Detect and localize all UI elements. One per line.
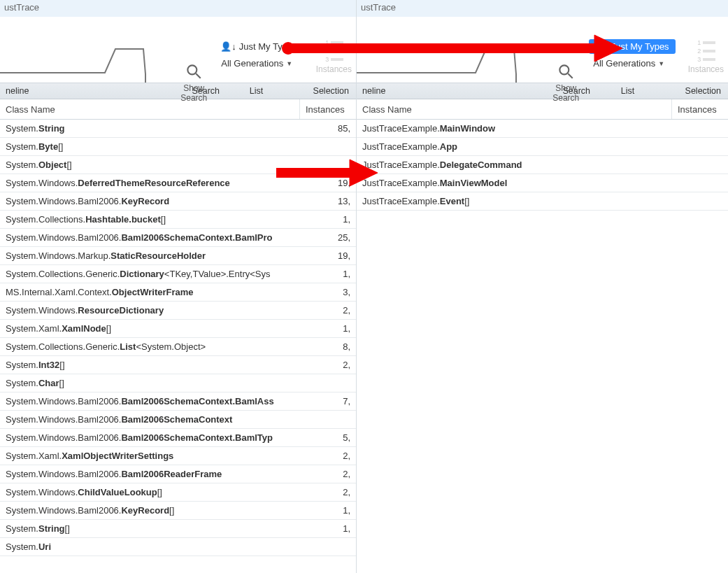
class-bold: List	[120, 341, 136, 352]
table-row[interactable]: System.Windows.Baml2006.Baml2006SchemaCo…	[0, 429, 356, 447]
class-prefix: JustTraceExample.	[362, 160, 440, 170]
instances-cell: 1,	[300, 269, 356, 279]
table-row[interactable]: System.Collections.Generic.List<System.O…	[0, 338, 356, 356]
class-prefix: System.Windows.	[6, 305, 78, 316]
table-row[interactable]: System.String85,	[0, 120, 356, 138]
class-prefix: System.	[6, 378, 38, 388]
table-row[interactable]: MS.Internal.Xaml.Context.ObjectWriterFra…	[0, 283, 356, 302]
chevron-down-icon: ▼	[658, 60, 664, 67]
table-row[interactable]: System.String[]1,	[0, 520, 356, 538]
data-table-left: System.String85,System.Byte[]System.Obje…	[0, 120, 356, 556]
class-bold: MainViewModel	[440, 178, 508, 188]
class-prefix: System.Collections.Generic.	[6, 341, 120, 352]
class-name-cell: System.Windows.Baml2006.Baml2006SchemaCo…	[0, 432, 300, 443]
magnifier-icon	[557, 62, 575, 84]
table-row[interactable]: System.Windows.Baml2006.Baml2006SchemaCo…	[0, 411, 356, 429]
class-suffix: []	[65, 523, 70, 534]
table-row[interactable]: System.Windows.ChildValueLookup[]2,	[0, 483, 356, 502]
class-bold: Int32	[38, 360, 59, 370]
table-row[interactable]: System.Collections.Hashtable.bucket[]1,	[0, 211, 356, 229]
just-my-types-button[interactable]: 👤↓ Just My Types	[217, 39, 303, 54]
svg-line-3	[569, 73, 573, 78]
table-row[interactable]: System.Object[]	[0, 156, 356, 174]
class-prefix: System.	[6, 123, 38, 134]
table-row[interactable]: JustTraceExample.MainViewModel	[357, 174, 728, 192]
all-generations-button[interactable]: All Generations ▼	[217, 57, 297, 70]
class-name-cell: System.Windows.Markup.StaticResourceHold…	[0, 250, 300, 261]
class-bold: XamlNode	[62, 323, 106, 334]
all-generations-label: All Generations	[593, 58, 655, 69]
class-prefix: System.Windows.Baml2006.	[6, 196, 121, 206]
table-row[interactable]: System.Windows.ResourceDictionary2,	[0, 302, 356, 320]
table-row[interactable]: System.Windows.Baml2006.Baml2006SchemaCo…	[0, 392, 356, 411]
table-row[interactable]: JustTraceExample.MainWindow	[357, 120, 728, 138]
class-bold: App	[440, 141, 457, 152]
class-bold: Dictionary	[120, 269, 164, 279]
class-suffix: []	[161, 214, 166, 225]
table-row[interactable]: JustTraceExample.DelegateCommand	[357, 156, 728, 174]
class-name-cell: JustTraceExample.Event[]	[357, 196, 672, 206]
table-row[interactable]: System.Windows.DeferredThemeResourceRefe…	[0, 174, 356, 192]
table-row[interactable]: System.Xaml.XamlObjectWriterSettings2,	[0, 447, 356, 465]
instances-cell: 13,	[300, 196, 356, 206]
instances-label: Instances	[688, 64, 724, 74]
class-name-cell: System.Windows.Baml2006.Baml2006SchemaCo…	[0, 396, 300, 406]
instances-cell: 1,	[300, 214, 356, 225]
show-search-label: ShowSearch	[180, 84, 207, 104]
class-prefix: System.Windows.Baml2006.	[6, 469, 121, 479]
table-row[interactable]: System.Byte[]	[0, 138, 356, 156]
class-name-cell: MS.Internal.Xaml.Context.ObjectWriterFra…	[0, 287, 300, 297]
class-bold: XamlObjectWriterSettings	[62, 451, 173, 461]
chevron-down-icon: ▼	[286, 60, 292, 67]
show-search-button[interactable]: ShowSearch	[175, 39, 213, 105]
class-prefix: System.Windows.	[6, 178, 78, 188]
just-my-types-button-active[interactable]: 👤↓ Just My Types	[589, 39, 675, 54]
table-row[interactable]: System.Collections.Generic.Dictionary<TK…	[0, 265, 356, 283]
class-bold: String	[38, 123, 65, 134]
header-instances[interactable]: Instances	[672, 104, 728, 115]
app-title-text-right: ustTrace	[361, 2, 396, 13]
class-bold: Char	[38, 378, 59, 388]
class-bold: Baml2006SchemaContext.BamlPro	[121, 232, 272, 243]
class-name-cell: System.Int32[]	[0, 360, 300, 370]
table-row[interactable]: System.Uri	[0, 538, 356, 556]
class-bold: KeyRecord	[121, 196, 169, 206]
right-pane: ustTrace ShowSearch 👤↓ Just My Types	[357, 0, 728, 573]
header-instances[interactable]: Instances	[300, 104, 356, 115]
class-prefix: System.Xaml.	[6, 323, 62, 334]
table-row[interactable]: JustTraceExample.App	[357, 138, 728, 156]
class-suffix: <System.Object>	[136, 341, 206, 352]
class-name-cell: JustTraceExample.App	[357, 141, 672, 152]
class-prefix: System.Xaml.	[6, 451, 62, 461]
table-row[interactable]: System.Windows.Baml2006.KeyRecord13,	[0, 192, 356, 211]
timeline-chart-icon	[357, 17, 524, 83]
all-generations-button[interactable]: All Generations ▼	[589, 57, 669, 70]
class-name-cell: System.Windows.ResourceDictionary	[0, 305, 300, 316]
class-bold: Hashtable.bucket	[85, 214, 161, 225]
class-prefix: System.	[6, 141, 38, 152]
table-row[interactable]: JustTraceExample.Event[]	[357, 192, 728, 211]
class-prefix: System.	[6, 542, 38, 552]
class-suffix: []	[59, 360, 64, 370]
table-row[interactable]: System.Windows.Baml2006.KeyRecord[]1,	[0, 502, 356, 520]
table-row[interactable]: System.Windows.Markup.StaticResourceHold…	[0, 247, 356, 265]
class-prefix: JustTraceExample.	[362, 178, 440, 188]
section-timeline: neline	[0, 86, 67, 96]
instances-cell: 19,	[300, 250, 356, 261]
window-title-right: ustTrace	[357, 0, 728, 17]
data-table-right: JustTraceExample.MainWindowJustTraceExam…	[357, 120, 728, 211]
class-prefix: System.Windows.	[6, 487, 78, 497]
class-bold: String	[38, 523, 65, 534]
instances-cell: 2,	[300, 469, 356, 479]
table-row[interactable]: System.Xaml.XamlNode[]1,	[0, 320, 356, 338]
table-row[interactable]: System.Windows.Baml2006.Baml2006ReaderFr…	[0, 465, 356, 483]
just-my-types-label: Just My Types	[611, 41, 669, 52]
table-row[interactable]: System.Int32[]2,	[0, 356, 356, 374]
table-row[interactable]: System.Windows.Baml2006.Baml2006SchemaCo…	[0, 229, 356, 247]
show-search-button[interactable]: ShowSearch	[547, 39, 585, 105]
class-bold: Uri	[38, 542, 51, 552]
class-name-cell: System.Windows.Baml2006.Baml2006SchemaCo…	[0, 414, 300, 425]
class-bold: KeyRecord	[121, 505, 169, 516]
all-generations-label: All Generations	[221, 58, 283, 69]
table-row[interactable]: System.Char[]	[0, 374, 356, 392]
